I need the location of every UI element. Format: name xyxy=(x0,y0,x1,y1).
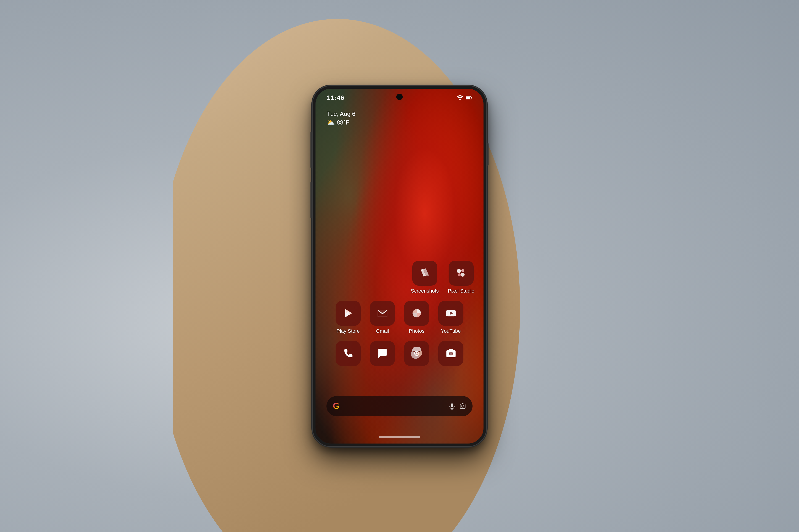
app-item-chrome[interactable] xyxy=(404,341,429,366)
app-item-youtube[interactable]: YouTube xyxy=(438,301,464,334)
app-item-play-store[interactable]: Play Store xyxy=(335,301,361,334)
wifi-icon xyxy=(457,95,463,100)
status-time: 11:46 xyxy=(327,94,344,101)
phone-wrapper: 11:46 Tu xyxy=(313,86,486,446)
svg-point-3 xyxy=(457,269,461,273)
chrome-icon xyxy=(411,347,423,360)
svg-point-5 xyxy=(458,273,461,276)
app-row-1: Screenshots Pixel Studio xyxy=(322,261,477,294)
pixel-studio-icon-bg xyxy=(449,261,474,286)
status-icons xyxy=(457,95,472,100)
home-indicator[interactable] xyxy=(379,436,420,438)
svg-rect-1 xyxy=(466,97,470,99)
messages-icon xyxy=(376,347,389,360)
date-weather-widget: Tue, Aug 6 ⛅ 88°F xyxy=(327,110,356,126)
play-store-icon-bg xyxy=(335,301,361,326)
weather-icon: ⛅ xyxy=(327,119,335,126)
phone-device: 11:46 Tu xyxy=(313,86,486,446)
weather-row: ⛅ 88°F xyxy=(327,119,356,126)
pixel-studio-label: Pixel Studio xyxy=(448,288,474,294)
screenshots-icon-bg xyxy=(412,261,437,286)
screenshots-icon xyxy=(418,267,431,279)
microphone-icon[interactable] xyxy=(448,402,456,410)
phone-icon-bg xyxy=(335,341,361,366)
svg-point-6 xyxy=(461,273,465,277)
youtube-icon-bg xyxy=(438,301,464,326)
youtube-label: YouTube xyxy=(441,328,461,334)
play-store-icon xyxy=(342,307,355,320)
phone-screen: 11:46 Tu xyxy=(315,89,484,443)
app-row-2: Play Store Gmail xyxy=(322,301,477,334)
pixel-studio-icon xyxy=(455,267,467,279)
google-g-logo: G xyxy=(333,401,340,411)
camera-app-icon xyxy=(445,347,457,360)
gmail-label: Gmail xyxy=(376,328,389,334)
play-store-label: Play Store xyxy=(337,328,360,334)
app-item-camera[interactable] xyxy=(438,341,464,366)
youtube-icon xyxy=(445,307,457,320)
app-item-photos[interactable]: Photos xyxy=(404,301,429,334)
svg-point-19 xyxy=(450,352,452,355)
dock-row xyxy=(322,341,477,366)
svg-point-23 xyxy=(461,405,464,407)
svg-rect-20 xyxy=(451,403,453,407)
google-search-bar[interactable]: G xyxy=(326,396,473,416)
app-item-phone[interactable] xyxy=(335,341,361,366)
app-item-screenshots[interactable]: Screenshots xyxy=(411,261,439,294)
gmail-icon xyxy=(376,307,389,320)
app-item-pixel-studio[interactable]: Pixel Studio xyxy=(448,261,474,294)
date-display: Tue, Aug 6 xyxy=(327,110,356,117)
photos-icon-bg xyxy=(404,301,429,326)
svg-point-4 xyxy=(461,269,464,272)
gmail-icon-bg xyxy=(370,301,395,326)
temperature-display: 88°F xyxy=(337,119,349,126)
svg-rect-2 xyxy=(471,97,472,98)
chrome-icon-bg xyxy=(404,341,429,366)
app-item-gmail[interactable]: Gmail xyxy=(370,301,395,334)
screenshots-label: Screenshots xyxy=(411,288,439,294)
photos-icon xyxy=(411,307,423,320)
messages-icon-bg xyxy=(370,341,395,366)
app-grid: Screenshots Pixel Studio xyxy=(315,261,484,370)
app-item-messages[interactable] xyxy=(370,341,395,366)
lens-icon[interactable] xyxy=(459,403,466,410)
phone-call-icon xyxy=(342,347,355,360)
camera-icon-bg xyxy=(438,341,464,366)
camera-cutout xyxy=(396,94,403,100)
photos-label: Photos xyxy=(409,328,424,334)
battery-icon xyxy=(466,96,472,100)
